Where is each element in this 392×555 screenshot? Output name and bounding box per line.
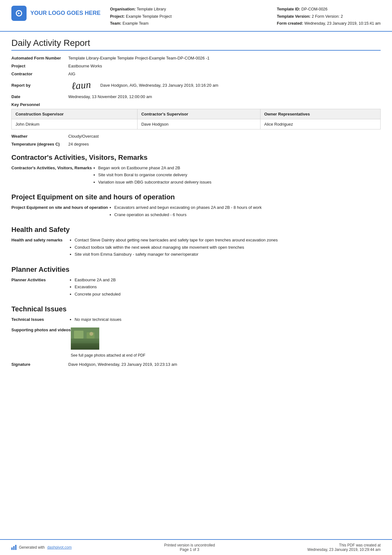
technical-issues-heading: Technical Issues — [11, 305, 381, 313]
contractor-row: Contractor AIG — [11, 72, 381, 76]
form-number-row: Automated Form Number Template Library-E… — [11, 56, 381, 60]
project-equipment-row: Project Equipment on site and hours of o… — [11, 204, 381, 219]
list-item: No major technical issues — [75, 316, 121, 323]
list-item: Site visit from Boral to organise concre… — [98, 172, 211, 178]
contractors-activities-heading: Contractor's Activities, Visitors, Remar… — [11, 153, 381, 162]
final-signature-label: Signature — [11, 362, 68, 367]
date-label: Date — [11, 94, 68, 99]
svg-rect-2 — [74, 331, 83, 339]
project-field-value: Eastbourne Works — [68, 64, 102, 68]
weather-value: Cloudy/Overcast — [68, 134, 99, 139]
contractors-activities-list: Began work on Eastbourne phase 2A and 2B… — [92, 165, 211, 186]
personnel-table: Construction Supervisor Contractor's Sup… — [11, 109, 381, 129]
contractors-activities-label: Contractor's Activities, Visitors, Remar… — [11, 165, 92, 170]
report-title: Daily Activity Report — [11, 38, 381, 51]
project-field-label: Project — [11, 64, 68, 68]
template-version-value: 2 Form Version: 2 — [312, 14, 343, 19]
template-id-label: Template ID: — [277, 7, 300, 11]
footer-right-date: Wednesday, 23 January 2019, 10:29:44 am — [307, 547, 381, 552]
final-signature-value: Dave Hodgson, Wednesday, 23 January 2019… — [68, 362, 177, 367]
team-value: Example Team — [122, 21, 148, 26]
generated-text: Generated with — [19, 545, 45, 550]
weather-label: Weather — [11, 134, 68, 139]
signature-drawing: ℓaun — [71, 78, 91, 92]
list-item: Concrete pour scheduled — [75, 291, 120, 297]
logo-icon — [11, 6, 27, 21]
contractor-value: AIG — [68, 72, 75, 76]
list-item: Site visit from Emma Sainsbury - safety … — [75, 251, 278, 258]
planner-activities-row: Planner Activities Eastbourne 2A and 2B … — [11, 277, 381, 298]
contractor-label: Contractor — [11, 72, 68, 76]
project-equipment-heading: Project Equipment on site and hours of o… — [11, 193, 381, 201]
bar-1 — [11, 547, 13, 550]
list-item: Conduct toolbox talk within the next wee… — [75, 244, 278, 251]
personnel-col-1: Construction Supervisor — [12, 109, 138, 119]
signature-row: Signature Dave Hodgson, Wednesday, 23 Ja… — [11, 362, 381, 367]
page-footer: Generated with dashpivot.com Printed ver… — [0, 539, 392, 555]
key-personnel-label: Key Personnel — [11, 102, 381, 107]
temperature-label: Temperature (degrees C) — [11, 142, 68, 147]
header-meta-right: Template ID: DP-COM-0026 Template Versio… — [277, 6, 381, 27]
footer-right-text: This PDF was created at — [307, 543, 381, 547]
form-number-label: Automated Form Number — [11, 56, 68, 60]
technical-issues-label: Technical Issues — [11, 316, 68, 322]
header-meta-center: Organisation: Template Library Project: … — [110, 6, 277, 27]
team-label: Team: — [110, 21, 121, 26]
health-safety-list: Contact Steve Daintry about getting new … — [68, 237, 278, 259]
date-value: Wednesday, 13 November 2019, 12:00:00 am — [68, 94, 152, 99]
footer-left: Generated with dashpivot.com — [11, 545, 72, 550]
personnel-col-2: Contractor's Supervisor — [137, 109, 260, 119]
footer-center: Printed version is uncontrolled Page 1 o… — [164, 543, 215, 552]
personnel-cell-2: Dave Hodgson — [137, 119, 260, 129]
footer-uncontrolled-text: Printed version is uncontrolled — [164, 543, 215, 547]
technical-issues-row: Technical Issues No major technical issu… — [11, 316, 381, 324]
list-item: Eastbourne 2A and 2B — [75, 277, 120, 283]
supporting-photos-row: Supporting photos and videos See full pa… — [11, 327, 381, 358]
form-created-value: Wednesday, 23 January 2019, 10:15:41 am — [304, 21, 381, 26]
bar-3 — [15, 545, 16, 550]
project-label: Project: — [110, 14, 125, 19]
personnel-col-3: Owner Representatives — [260, 109, 380, 119]
planner-activities-label: Planner Activities — [11, 277, 68, 282]
report-by-value: Dave Hodgson, AIG, Wednesday, 23 January… — [100, 83, 218, 88]
technical-issues-list: No major technical issues — [68, 316, 121, 324]
list-item: Excavations — [75, 284, 120, 290]
personnel-cell-3: Alice Rodriguez — [260, 119, 380, 129]
contractors-activities-row: Contractor's Activities, Visitors, Remar… — [11, 165, 381, 186]
project-row: Project Eastbourne Works — [11, 64, 381, 68]
project-value: Example Template Project — [126, 14, 172, 19]
form-number-value: Template Library-Example Template Projec… — [68, 56, 210, 60]
project-equipment-label: Project Equipment on site and hours of o… — [11, 204, 108, 210]
template-id-value: DP-COM-0026 — [301, 7, 328, 11]
planner-activities-list: Eastbourne 2A and 2B Excavations Concret… — [68, 277, 120, 298]
list-item: Variation issue with DBG subcontractor a… — [98, 179, 211, 185]
svg-rect-5 — [71, 343, 99, 350]
logo-area: YOUR LOGO GOES HERE — [11, 6, 101, 21]
dashpivot-link[interactable]: dashpivot.com — [47, 545, 71, 550]
supporting-photos-label: Supporting photos and videos — [11, 327, 71, 332]
svg-point-4 — [89, 332, 93, 336]
svg-rect-1 — [71, 339, 99, 350]
supporting-photos-area: See full page photos attached at end of … — [71, 327, 145, 358]
footer-right: This PDF was created at Wednesday, 23 Ja… — [307, 543, 381, 552]
temperature-value: 24 degrees — [68, 142, 89, 147]
health-safety-heading: Health and Safety — [11, 226, 381, 234]
bar-2 — [13, 546, 15, 550]
project-equipment-list: Excavators arrived and begun excavating … — [108, 204, 262, 219]
logo-text: YOUR LOGO GOES HERE — [30, 10, 101, 17]
org-label: Organisation: — [110, 7, 136, 11]
content-area: Daily Activity Report Automated Form Num… — [0, 32, 392, 539]
list-item: Began work on Eastbourne phase 2A and 2B — [98, 165, 211, 171]
health-safety-label: Health and safety remarks — [11, 237, 68, 242]
report-by-row: Report by ℓaun Dave Hodgson, AIG, Wednes… — [11, 79, 381, 91]
photo-thumbnail — [71, 327, 99, 350]
table-row: John Dinkum Dave Hodgson Alice Rodriguez — [12, 119, 381, 129]
list-item: Excavators arrived and begun excavating … — [114, 204, 262, 211]
footer-logo — [11, 545, 16, 550]
report-by-area: ℓaun Dave Hodgson, AIG, Wednesday, 23 Ja… — [68, 79, 218, 91]
weather-row: Weather Cloudy/Overcast — [11, 134, 381, 139]
temperature-row: Temperature (degrees C) 24 degrees — [11, 142, 381, 147]
report-by-label: Report by — [11, 83, 68, 88]
date-row: Date Wednesday, 13 November 2019, 12:00:… — [11, 94, 381, 99]
org-value: Template Library — [137, 7, 166, 11]
